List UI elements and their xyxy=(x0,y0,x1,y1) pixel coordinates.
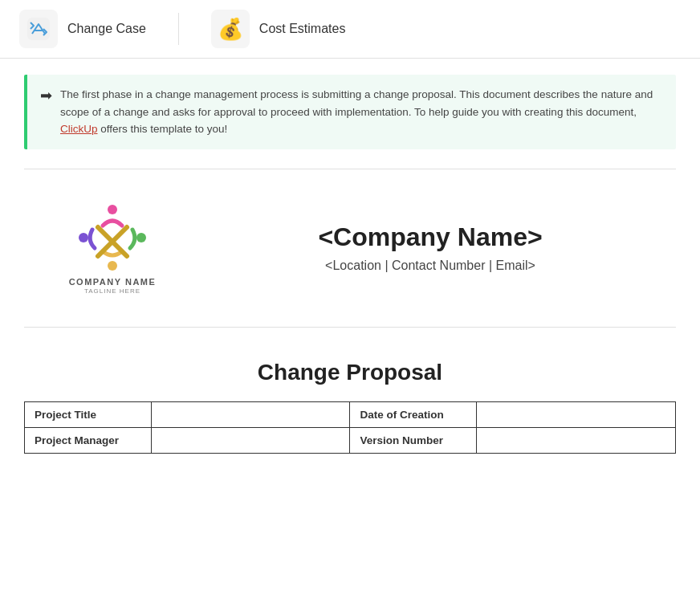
project-manager-value[interactable] xyxy=(151,427,350,453)
svg-point-4 xyxy=(108,261,117,271)
svg-point-3 xyxy=(136,233,146,242)
main-content: ➡ The first phase in a change management… xyxy=(0,59,700,478)
info-box-text: The first phase in a change management p… xyxy=(60,86,663,138)
project-manager-label: Project Manager xyxy=(25,427,152,453)
table-row: Project Manager Version Number xyxy=(25,427,676,453)
date-of-creation-label: Date of Creation xyxy=(350,401,477,427)
info-text-before-link: The first phase in a change management p… xyxy=(60,88,653,118)
proposal-title: Change Proposal xyxy=(24,360,676,385)
proposal-section: Change Proposal Project Title Date of Cr… xyxy=(24,344,676,462)
company-section: COMPANY NAME TAGLINE HERE <Company Name>… xyxy=(24,185,676,311)
project-title-value[interactable] xyxy=(151,401,350,427)
company-logo-area: COMPANY NAME TAGLINE HERE xyxy=(32,202,193,295)
info-text-after-link: offers this template to you! xyxy=(98,123,228,135)
date-of-creation-value[interactable] xyxy=(477,401,676,427)
table-row: Project Title Date of Creation xyxy=(25,401,676,427)
info-table: Project Title Date of Creation Project M… xyxy=(24,401,676,454)
company-tagline-text: TAGLINE HERE xyxy=(84,287,140,295)
info-box: ➡ The first phase in a change management… xyxy=(24,75,676,149)
clickup-link[interactable]: ClickUp xyxy=(60,123,98,135)
change-case-button[interactable]: Change Case xyxy=(19,10,146,48)
info-box-arrow-icon: ➡ xyxy=(40,87,52,104)
divider-2 xyxy=(24,327,676,328)
toolbar-divider xyxy=(178,13,179,45)
cost-estimates-button[interactable]: 💰 Cost Estimates xyxy=(211,10,346,48)
company-logo-svg xyxy=(72,202,153,274)
cost-estimates-icon: 💰 xyxy=(211,10,250,48)
svg-point-1 xyxy=(108,205,117,214)
toolbar: Change Case 💰 Cost Estimates xyxy=(0,0,700,59)
change-case-label: Change Case xyxy=(67,22,146,36)
change-case-icon xyxy=(19,10,58,48)
company-subtitle: <Location | Contact Number | Email> xyxy=(193,259,668,273)
company-title: <Company Name> xyxy=(193,222,668,252)
project-title-label: Project Title xyxy=(25,401,152,427)
company-info-right: <Company Name> <Location | Contact Numbe… xyxy=(193,222,668,273)
company-name-text: COMPANY NAME xyxy=(69,277,157,287)
svg-point-2 xyxy=(79,233,88,242)
divider-1 xyxy=(24,169,676,169)
version-number-label: Version Number xyxy=(350,427,477,453)
version-number-value[interactable] xyxy=(477,427,676,453)
cost-estimates-label: Cost Estimates xyxy=(259,22,346,36)
